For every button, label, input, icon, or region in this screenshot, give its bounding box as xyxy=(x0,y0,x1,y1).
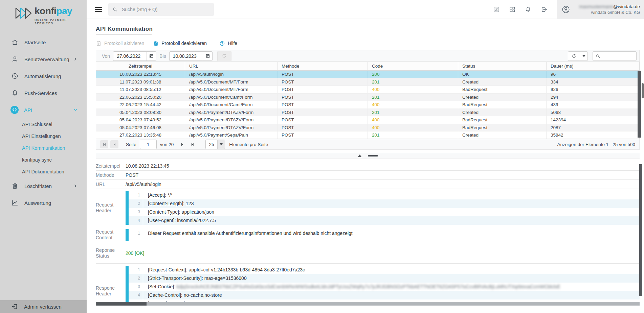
line-number: 4 xyxy=(129,291,143,299)
user-panel[interactable]: maxmustermann@windata.de windata GmbH & … xyxy=(557,0,644,19)
column-header-code[interactable]: Code xyxy=(368,62,458,70)
table-row[interactable]: 22.06.2023 15:44:42/api/v5.0/Document/Ca… xyxy=(96,101,639,109)
sidebar-subitem-api-schlüssel[interactable]: API Schlüssel xyxy=(0,118,87,130)
cell-status: Created xyxy=(458,94,547,101)
topbar: maxmustermann@windata.de windata GmbH & … xyxy=(87,0,644,19)
protokoll-deaktivieren-button[interactable]: Protokoll deaktivieren xyxy=(153,41,207,46)
bis-calendar-icon[interactable] xyxy=(203,52,212,61)
line-text: [Cache-Control]: no-cache,no-store xyxy=(143,291,222,299)
table-row[interactable]: 11.07.2023 09:01:38/api/v5.0/Document/MT… xyxy=(96,78,639,86)
sidebar-item-startseite[interactable]: Startseite xyxy=(0,34,87,51)
page-title: API Kommunikation xyxy=(96,26,153,32)
notifications-bell-icon[interactable] xyxy=(525,6,532,13)
home-icon xyxy=(11,39,19,46)
table-row[interactable]: 05.04.2023 08:08:30/api/v5.0/Payment/DTA… xyxy=(96,109,639,117)
protokoll-aktivieren-button[interactable]: Protokoll aktivieren xyxy=(96,41,144,46)
cell-code: 201 xyxy=(368,78,458,86)
sidebar-item-label: API Dokumentation xyxy=(22,169,78,174)
per-page-label: Elemente pro Seite xyxy=(229,142,268,147)
splitter-drag-handle[interactable] xyxy=(368,155,378,156)
code-line: 4[User-Agent]: insomnia/2022.7.5 xyxy=(129,216,640,225)
refresh-caret-down-icon[interactable] xyxy=(580,52,587,61)
table-row[interactable]: 22.06.2023 15:50:20/api/v5.0/Document/Ca… xyxy=(96,94,639,101)
collapse-up-icon[interactable] xyxy=(358,154,362,157)
cell-status: BadRequest xyxy=(458,86,547,93)
detail-scrollbar[interactable] xyxy=(639,164,642,296)
sidebar-item-label: konfipay sync xyxy=(22,157,78,163)
sidebar-item-automatisierung[interactable]: Automatisierung xyxy=(0,68,87,85)
sidebar-item-api[interactable]: API xyxy=(0,101,87,118)
sidebar-item-label: Benutzerverwaltung xyxy=(24,56,73,62)
code-line: 1Dieser Request enthält sensible Authent… xyxy=(129,229,640,238)
apps-grid-icon[interactable] xyxy=(509,6,516,13)
grid-refresh-icon[interactable] xyxy=(568,52,580,61)
detail-horizontal-scrollbar[interactable] xyxy=(96,302,640,306)
sidebar-subitem-api-einstellungen[interactable]: API Einstellungen xyxy=(0,130,87,142)
code-line: 2[Content-Length]: 123 xyxy=(129,199,640,208)
konfipay-logo-icon xyxy=(15,7,32,20)
detail-horizontal-scrollbar-thumb[interactable] xyxy=(96,302,147,306)
cell-methode: POST xyxy=(277,101,368,109)
line-text: [Content-Length]: 123 xyxy=(143,199,194,208)
page-number-input[interactable] xyxy=(140,140,157,149)
prev-page-button[interactable] xyxy=(110,140,118,148)
detail-field-label: Zeitstempel xyxy=(96,163,126,169)
detail-field-value: POST xyxy=(126,172,138,178)
global-search[interactable] xyxy=(108,3,214,16)
hilfe-button[interactable]: Hilfe xyxy=(219,41,237,46)
line-text: Dieser Request enthält sensible Authenti… xyxy=(143,229,353,238)
page-scrollbar-thumb[interactable] xyxy=(642,83,644,98)
apply-filter-button[interactable] xyxy=(217,51,231,61)
column-header-status[interactable]: Status xyxy=(458,62,547,70)
sidebar-subitem-konfipay-sync[interactable]: konfipay sync xyxy=(0,154,87,166)
protokoll-aktivieren-label: Protokoll aktivieren xyxy=(104,41,144,46)
cell-dauer: 35842 xyxy=(547,131,639,139)
column-header-zeitstempel[interactable]: Zeitstempel xyxy=(96,62,185,70)
sidebar-item-benutzerverwaltung[interactable]: Benutzerverwaltung xyxy=(0,51,87,68)
grid-search-input[interactable] xyxy=(602,53,634,59)
last-page-button[interactable] xyxy=(191,142,195,147)
sidebar-item-löschfristen[interactable]: Löschfristen xyxy=(0,177,87,194)
column-header-methode[interactable]: Methode xyxy=(277,62,368,70)
logout-icon[interactable] xyxy=(541,6,548,13)
sidebar-item-label: API xyxy=(24,107,73,113)
cell-dauer: 439 xyxy=(547,101,639,109)
sidebar-item-label: API Einstellungen xyxy=(22,134,78,139)
page-size-select[interactable]: 25 xyxy=(205,140,225,149)
table-row[interactable]: 11.07.2023 08:55:12/api/v5.0/Document/MT… xyxy=(96,86,639,94)
sidebar-item-label: Startseite xyxy=(24,40,78,45)
admin-verlassen-button[interactable]: Admin verlassen xyxy=(0,300,87,313)
line-number: 1 xyxy=(129,191,143,199)
cell-code: 201 xyxy=(368,131,458,139)
search-input[interactable] xyxy=(121,6,210,13)
column-header-dauer-ms-[interactable]: Dauer (ms) xyxy=(547,62,639,70)
table-row[interactable]: 10.08.2023 22:13:45/api/v5/auth/loginPOS… xyxy=(96,71,639,78)
table-row[interactable]: 05.04.2023 07:46:08/api/v5.0/Payment/DTA… xyxy=(96,124,639,132)
bis-date-input[interactable] xyxy=(170,52,203,61)
grid-search-box[interactable] xyxy=(593,51,637,61)
table-scrollbar[interactable] xyxy=(638,71,641,138)
sidebar-subitem-api-dokumentation[interactable]: API Dokumentation xyxy=(0,166,87,177)
page-count-label: von 20 xyxy=(160,142,174,147)
table-row[interactable]: 27.02.2023 13:35:48/api/v5.0/Payment/Sep… xyxy=(96,131,639,139)
cell-url: /api/v5.0/Document/MT/Form xyxy=(185,78,277,86)
von-date-input[interactable] xyxy=(113,52,147,61)
first-page-button[interactable] xyxy=(100,140,108,148)
menu-hamburger-icon[interactable] xyxy=(95,7,102,12)
sidebar-item-auswertung[interactable]: Auswertung xyxy=(0,194,87,211)
request-detail-panel: Zeitstempel10.08.2023 22:13:45MethodePOS… xyxy=(96,162,640,302)
cell-status: Created xyxy=(458,109,547,116)
window-swap-icon[interactable] xyxy=(493,6,500,13)
table-row[interactable]: 05.04.2023 07:49:52/api/v5.0/Payment/DTA… xyxy=(96,116,639,124)
detail-block-respone-header: Respone Header1[Request-Context]: appId=… xyxy=(96,264,640,302)
user-avatar-icon xyxy=(561,5,570,14)
bell-icon xyxy=(11,89,19,97)
sidebar-item-push-services[interactable]: Push-Services xyxy=(0,85,87,101)
von-calendar-icon[interactable] xyxy=(147,52,156,61)
column-header-url[interactable]: URL xyxy=(185,62,277,70)
next-page-button[interactable] xyxy=(180,142,184,147)
sidebar-subitem-api-kommunikation[interactable]: API Kommunikation xyxy=(0,142,87,154)
response-status-value: 200 [OK] xyxy=(126,250,144,256)
cell-zeitstempel: 22.06.2023 15:50:20 xyxy=(96,94,185,101)
cell-methode: POST xyxy=(277,86,368,93)
